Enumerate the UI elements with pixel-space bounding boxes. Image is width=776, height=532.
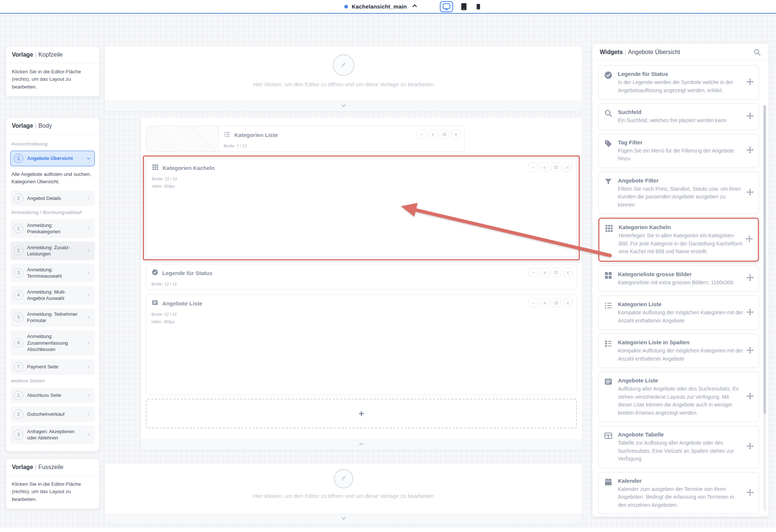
canvas-block[interactable]: Angebote Liste Breite: 12 / 12 Höhe: 300…	[146, 294, 577, 395]
sidebar-page-item[interactable]: 5Anmeldung: Teilnehmer Formular	[10, 308, 95, 327]
collapse-button[interactable]: −	[529, 298, 538, 307]
canvas-widget[interactable]: Kategorien Kacheln Breite: 12 / 12 Höhe:…	[147, 159, 576, 257]
step-number: 3	[14, 268, 23, 278]
widget-card[interactable]: Kategorien Kacheln Hinterlegen Sie in al…	[598, 218, 759, 262]
remove-button[interactable]: ×	[563, 268, 572, 277]
remove-button[interactable]: ×	[563, 163, 572, 172]
canvas-widget[interactable]: Angebote Liste Breite: 12 / 12 Höhe: 300…	[146, 295, 576, 395]
sidebar-page-item[interactable]: 6Anmeldung: Zusammenfassung Abschliessen	[10, 330, 95, 356]
step-number: 7	[14, 362, 23, 372]
settings-button[interactable]: ⚙	[440, 130, 449, 139]
sidebar-page-item[interactable]: 1Abschluss Seite	[10, 388, 95, 403]
header-expander[interactable]	[105, 101, 582, 111]
columns-icon	[604, 339, 613, 363]
move-handle-icon[interactable]	[745, 235, 753, 244]
widget-card[interactable]: Kategorien Liste Kompakte Auflistung der…	[598, 295, 759, 330]
sidebar-page-item[interactable]: 1Anmeldung: Preiskategorien	[10, 219, 95, 238]
grid2-icon	[604, 271, 613, 287]
move-handle-icon[interactable]	[746, 346, 754, 356]
tablet-preview-button[interactable]	[459, 2, 468, 11]
sidebar-page-item[interactable]: 2Anmeldung: Zusatz-Leistungen	[10, 241, 95, 260]
move-handle-icon[interactable]	[746, 442, 754, 452]
list-icon	[224, 131, 231, 139]
move-handle-icon[interactable]	[746, 78, 754, 87]
remove-button[interactable]: ×	[451, 130, 461, 139]
widget-card[interactable]: Angebote Filter Filtern Sie nach Preis, …	[598, 172, 759, 214]
chevron-right-icon	[86, 411, 91, 417]
move-handle-icon[interactable]	[746, 274, 754, 283]
pencil-icon	[340, 60, 348, 70]
sidebar-page-item[interactable]: 7Payment Seite	[10, 359, 95, 375]
canvas-block[interactable]: Kategorien Liste Breite: 7 / 12 Höhe: 80…	[146, 126, 465, 152]
expand-button[interactable]: +	[540, 268, 549, 277]
move-handle-icon[interactable]	[746, 112, 754, 121]
collapse-button[interactable]: −	[529, 268, 538, 277]
settings-button[interactable]: ⚙	[551, 163, 561, 172]
sidebar-page-item[interactable]: 1Angebote Übersicht	[10, 151, 95, 166]
sidebar-page-item[interactable]: 2Gutscheinverkauf	[10, 406, 95, 422]
canvas-widget[interactable]: Legende für Status Breite: 12 / 12 Höhe:…	[146, 264, 576, 290]
widget-title: Suchfeld	[618, 108, 726, 116]
move-handle-icon[interactable]	[746, 308, 754, 318]
header-editor-click-area[interactable]: Hier klicken, um den Editor zu öffnen un…	[105, 46, 582, 87]
vorlage-fusszeile-card: Vorlage|Fusszeile Klicken Sie in die Edi…	[6, 459, 99, 509]
body-expander[interactable]	[141, 439, 582, 450]
widget-card[interactable]: Suchfeld Ein Suchfeld, welches frei plaz…	[598, 103, 759, 130]
grid3-icon	[605, 224, 613, 256]
widget-card[interactable]: Kategorieliste grosse Bilder Kategorieli…	[598, 265, 759, 292]
footer-template-editor[interactable]: Hier klicken, um den Editor zu öffnen un…	[105, 464, 582, 524]
search-icon[interactable]	[753, 48, 761, 56]
move-handle-icon[interactable]	[746, 488, 754, 498]
add-widget-dropzone[interactable]: +	[146, 399, 577, 428]
edit-pencil-icon[interactable]	[333, 54, 354, 76]
collapse-button[interactable]: −	[528, 163, 538, 172]
expand-button[interactable]: +	[540, 163, 549, 172]
step-number: 2	[14, 246, 23, 255]
canvas-widget-title: Kategorien Kacheln	[163, 165, 215, 171]
expand-button[interactable]: +	[428, 130, 438, 139]
canvas-widget-meta: Breite: 7 / 12 Höhe: 80px	[224, 143, 459, 152]
widget-title: Kategorieliste grosse Bilder	[618, 271, 733, 278]
desktop-preview-button[interactable]	[440, 1, 453, 12]
page-item-label: Anmeldung: Termineauswahl	[27, 267, 82, 280]
scrollbar-track[interactable]	[763, 105, 766, 511]
settings-button[interactable]: ⚙	[552, 268, 561, 277]
widget-card[interactable]: Kalender Kalender zum ausgeben der Termi…	[598, 472, 759, 515]
collapse-button[interactable]: −	[417, 130, 426, 139]
move-handle-icon[interactable]	[746, 392, 754, 402]
canvas-block[interactable]: Legende für Status Breite: 12 / 12 Höhe:…	[146, 264, 577, 290]
template-selector[interactable]: Kachelansicht_main	[344, 0, 419, 13]
widget-title: Kategorien Kacheln	[619, 224, 743, 231]
sidebar-page-item[interactable]: 2Angebot Details	[10, 191, 95, 206]
widget-card[interactable]: Angebote Liste Auflistung aller Angebote…	[598, 372, 759, 422]
widget-card[interactable]: Kategorien Liste in Spalten Kompakte Auf…	[598, 334, 759, 368]
page-item-label: Abschluss Seite	[27, 392, 82, 399]
sidebar-page-item[interactable]: 4Anmeldung: Multi-Angebot Auswahl	[10, 286, 95, 305]
footer-editor-click-area[interactable]: Hier klicken, um den Editor zu öffnen un…	[105, 464, 582, 499]
edit-pencil-icon[interactable]	[334, 469, 353, 488]
page-item-label: Anmeldung: Teilnehmer Formular	[27, 311, 82, 324]
widget-card[interactable]: Tag Filter Fügen Sie ein Menü für die Fi…	[598, 134, 759, 168]
move-handle-icon[interactable]	[746, 146, 754, 155]
section-label: weitere Seiten	[11, 378, 94, 384]
widget-title: Kategorien Liste	[618, 301, 744, 308]
sidebar-page-item[interactable]: 3Anfragen: Akzeptieren oder Ablehnen	[10, 425, 95, 444]
header-template-editor[interactable]: Hier klicken, um den Editor zu öffnen un…	[105, 46, 582, 111]
footer-expander[interactable]	[105, 513, 582, 524]
phone-preview-button[interactable]	[475, 3, 482, 10]
expand-button[interactable]: +	[540, 298, 549, 307]
step-number: 2	[14, 409, 23, 419]
widget-card[interactable]: Legende für Status In der Legende werden…	[598, 65, 759, 100]
move-handle-icon[interactable]	[746, 188, 754, 198]
widget-title: Angebote Liste	[618, 377, 744, 384]
remove-button[interactable]: ×	[563, 298, 572, 307]
canvas-widget[interactable]: Kategorien Liste Breite: 7 / 12 Höhe: 80…	[218, 126, 465, 151]
settings-button[interactable]: ⚙	[552, 298, 561, 307]
page-item-label: Anmeldung: Multi-Angebot Auswahl	[27, 289, 82, 302]
sidebar-page-item[interactable]: 3Anmeldung: Termineauswahl	[10, 264, 95, 282]
scrollbar-thumb[interactable]	[763, 105, 766, 414]
canvas-widget-meta: Breite: 12 / 12 Höhe: 300px	[151, 311, 571, 326]
step-number: 5	[14, 312, 23, 322]
widget-card[interactable]: Angebote Tabelle Tabelle zur Auflistung …	[598, 426, 759, 468]
canvas-block[interactable]: Kategorien Kacheln Breite: 12 / 12 Höhe:…	[146, 159, 576, 257]
